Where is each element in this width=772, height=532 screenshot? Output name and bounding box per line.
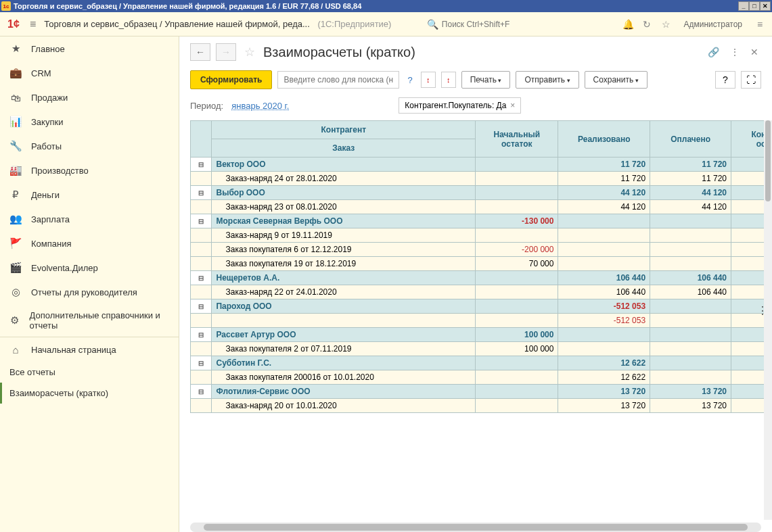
th-realized[interactable]: Реализовано [558, 121, 650, 158]
table-row[interactable]: Заказ покупателя 200016 от 10.01.202012 … [191, 370, 773, 385]
nav-icon: 🔧 [9, 140, 22, 152]
table-row[interactable]: ⊟Флотилия-Сервис ООО13 72013 720 [191, 385, 773, 399]
home-icon: ⌂ [9, 343, 22, 356]
th-counterparty[interactable]: Контрагент [212, 121, 476, 139]
table-row[interactable]: -512 053-512 053 [191, 314, 773, 328]
help-sq-button[interactable]: ? [715, 71, 735, 89]
collapse-icon: ⊟ [198, 360, 204, 367]
user-label[interactable]: Администратор [683, 20, 742, 29]
form-button[interactable]: Сформировать [190, 70, 272, 89]
sidebar-item-9[interactable]: 🎬Evolventa.Дилер [0, 256, 179, 280]
table-row[interactable]: ⊟Вектор ООО11 72011 720 [191, 158, 773, 172]
sidebar: ★Главное💼CRM🛍Продажи📊Закупки🔧Работы🏭Прои… [0, 37, 179, 532]
nav-icon: ⚙ [9, 314, 20, 327]
sidebar-item-10[interactable]: ◎Отчеты для руководителя [0, 280, 179, 304]
save-button[interactable]: Сохранить [585, 71, 648, 89]
page-title: Взаиморасчеты (кратко) [263, 45, 415, 60]
minimize-button[interactable]: _ [738, 1, 749, 11]
filter-remove-icon[interactable]: × [510, 101, 515, 110]
sort-asc-button[interactable]: ↕ [421, 72, 436, 88]
collapse-icon: ⊟ [198, 218, 204, 225]
th-start[interactable]: Начальный остаток [476, 121, 558, 158]
app-icon: 1c [1, 1, 11, 11]
sidebar-item-5[interactable]: 🏭Производство [0, 158, 179, 183]
collapse-icon: ⊟ [198, 388, 204, 395]
nav-label: Зарплата [31, 214, 70, 224]
table-row[interactable]: Заказ покупателя 6 от 12.12.2019-200 000… [191, 243, 773, 257]
table-row[interactable]: Заказ покупателя 2 от 07.11.2019100 0001… [191, 342, 773, 356]
close-button[interactable]: ✕ [760, 1, 771, 11]
table-row[interactable]: ⊟Морская Северная Верфь ООО-130 000-130 … [191, 214, 773, 228]
sidebar-item-7[interactable]: 👥Зарплата [0, 207, 179, 231]
logo-1c-icon: 1¢ [5, 16, 22, 32]
th-expand [191, 121, 212, 158]
sidebar-item-11[interactable]: ⚙Дополнительные справочники и отчеты [0, 304, 179, 337]
table-row[interactable]: ⊟Нещеретов А.А.106 440106 440 [191, 271, 773, 285]
bell-icon[interactable]: 🔔 [621, 18, 635, 31]
table-row[interactable]: ⊟Рассвет Артур ООО100 000100 000 [191, 328, 773, 342]
vertical-scrollbar[interactable] [764, 120, 772, 520]
sidebar-item-1[interactable]: 💼CRM [0, 61, 179, 85]
sidebar-item-8[interactable]: 🚩Компания [0, 231, 179, 256]
nav-all-reports[interactable]: Все отчеты [0, 362, 179, 383]
th-order[interactable]: Заказ [212, 139, 476, 158]
table-row[interactable]: ⊟Пароход ООО-512 053-512 053 [191, 299, 773, 314]
nav-icon: 💼 [9, 67, 22, 79]
search-icon[interactable]: 🔍 [426, 18, 438, 31]
nav-label: Закупки [31, 117, 63, 127]
global-search-input[interactable] [442, 20, 616, 29]
report-search-input[interactable] [277, 71, 399, 89]
close-tab-icon[interactable]: ✕ [748, 44, 761, 60]
table-row[interactable]: Заказ покупателя 19 от 18.12.201970 0007… [191, 257, 773, 271]
back-button[interactable]: ← [190, 43, 210, 61]
table-row[interactable]: Заказ-наряд 22 от 24.01.2020106 440106 4… [191, 285, 773, 299]
filter-chip[interactable]: Контрагент.Покупатель: Да × [399, 97, 521, 114]
history-icon[interactable]: ↻ [640, 18, 654, 31]
print-button[interactable]: Печать [461, 71, 511, 89]
help-icon[interactable]: ? [405, 75, 415, 85]
table-row[interactable]: Заказ-наряд 20 от 10.01.202013 72013 720 [191, 399, 773, 413]
th-paid[interactable]: Оплачено [650, 121, 731, 158]
nav-label: Продажи [31, 93, 68, 103]
top-toolbar: 1¢ ≡ Торговля и сервис_образец / Управле… [0, 12, 772, 37]
settings-icon[interactable]: ≡ [753, 18, 767, 31]
nav-icon: ◎ [9, 286, 22, 298]
sidebar-item-3[interactable]: 📊Закупки [0, 110, 179, 134]
breadcrumb[interactable]: Торговля и сервис_образец / Управление н… [44, 19, 391, 29]
side-menu-icon[interactable]: ⋮ [757, 304, 768, 317]
link-icon[interactable]: 🔗 [705, 44, 722, 60]
table-row[interactable]: Заказ-наряд 9 от 19.11.2019 [191, 228, 773, 243]
sidebar-item-4[interactable]: 🔧Работы [0, 134, 179, 158]
sidebar-item-2[interactable]: 🛍Продажи [0, 85, 179, 110]
favorite-icon[interactable]: ☆ [244, 45, 255, 59]
sidebar-item-0[interactable]: ★Главное [0, 37, 179, 61]
fullscreen-button[interactable]: ⛶ [741, 71, 761, 89]
table-row[interactable]: ⊟Субботин Г.С.12 62212 622 [191, 356, 773, 370]
content-area: ← → ☆ Взаиморасчеты (кратко) 🔗 ⋮ ✕ Сформ… [179, 37, 772, 532]
nav-settlements-brief[interactable]: Взаиморасчеты (кратко) [0, 383, 179, 404]
window-titlebar: 1c Торговля и сервис_образец / Управлени… [0, 0, 772, 12]
period-value[interactable]: январь 2020 г. [231, 101, 289, 111]
send-button[interactable]: Отправить [516, 71, 578, 89]
nav-label: Evolventa.Дилер [31, 263, 98, 273]
nav-label: Главное [31, 44, 65, 54]
sort-desc-button[interactable]: ↕ [441, 72, 456, 88]
star-icon[interactable]: ☆ [659, 18, 673, 31]
collapse-icon: ⊟ [198, 274, 204, 282]
more-icon[interactable]: ⋮ [727, 44, 742, 60]
maximize-button[interactable]: □ [749, 1, 760, 11]
nav-home[interactable]: ⌂ Начальная страница [0, 337, 179, 362]
forward-button[interactable]: → [216, 43, 236, 61]
sidebar-item-6[interactable]: ₽Деньги [0, 183, 179, 207]
table-row[interactable]: Заказ-наряд 24 от 28.01.202011 72011 720 [191, 172, 773, 186]
menu-icon[interactable]: ≡ [27, 16, 39, 33]
horizontal-scrollbar[interactable] [190, 523, 761, 532]
report-table: Контрагент Начальный остаток Реализовано… [190, 120, 772, 413]
nav-label: CRM [31, 68, 51, 78]
nav-icon: ★ [9, 43, 22, 55]
period-label: Период: [190, 101, 223, 111]
nav-label: Деньги [31, 190, 60, 200]
table-row[interactable]: Заказ-наряд 23 от 08.01.202044 12044 120 [191, 200, 773, 214]
nav-label: Отчеты для руководителя [31, 287, 137, 297]
table-row[interactable]: ⊟Выбор ООО44 12044 120 [191, 186, 773, 200]
